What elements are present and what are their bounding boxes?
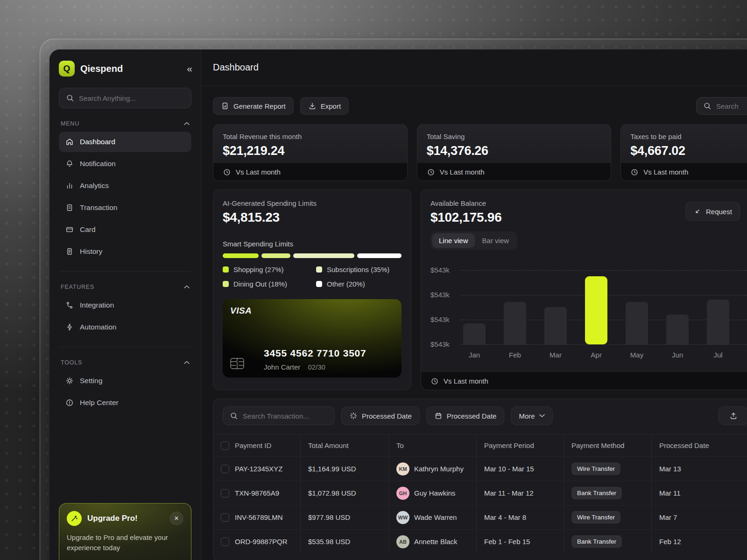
sidebar-item-integration[interactable]: Integration (59, 295, 191, 315)
clock-icon (630, 168, 639, 176)
sidebar-item-help-center[interactable]: Help Center (59, 392, 191, 413)
legend-swatch (223, 281, 229, 287)
y-axis-tick: $543k (430, 266, 450, 274)
processed-date-filter-button[interactable]: Processed Date (341, 406, 420, 425)
legend-swatch (316, 266, 322, 273)
sidebar-item-card[interactable]: Card (59, 219, 191, 240)
upgrade-description: Upgrade to Pro and elevate your experien… (67, 532, 183, 553)
balance-footer: Vs Last month (421, 372, 747, 390)
transaction-search-input[interactable] (243, 412, 328, 420)
sidebar-search[interactable] (59, 88, 191, 108)
row-checkbox[interactable] (221, 513, 229, 522)
progress-segment-subscriptions (293, 253, 354, 258)
file-chart-icon (221, 102, 229, 110)
card-holder: John Carter (264, 363, 300, 371)
sidebar-item-history[interactable]: History (59, 241, 191, 262)
bar-jul (707, 300, 729, 344)
transaction-search[interactable] (223, 406, 335, 425)
download-icon (308, 102, 317, 110)
page-title: Dashboard (213, 62, 259, 73)
bar-jun (666, 315, 689, 344)
tools-section-label: TOOLS (61, 359, 190, 366)
calendar-icon (434, 412, 443, 420)
spending-legend: Shopping (27%) Subscriptions (35%) Dinin… (223, 266, 402, 288)
clock-icon (223, 168, 231, 176)
card-number: 3455 4562 7710 3507 (264, 348, 366, 359)
legend-item: Shopping (27%) (223, 266, 316, 273)
menu-section-label: MENU (61, 120, 190, 127)
sidebar-item-notification[interactable]: Notification (59, 154, 191, 174)
row-checkbox[interactable] (221, 489, 229, 497)
table-row[interactable]: TXN-98765A9 $1,072.98 USD GHGuy Hawkins … (213, 481, 747, 505)
sidebar-divider (59, 347, 191, 347)
stat-label: Total Saving (427, 133, 602, 140)
magic-wand-icon (67, 511, 82, 526)
sidebar-item-setting[interactable]: Setting (59, 371, 191, 391)
legend-swatch (223, 266, 229, 273)
sidebar-collapse-icon[interactable]: « (187, 63, 191, 74)
chevron-down-icon (539, 414, 545, 418)
more-filters-button[interactable]: More (511, 406, 552, 425)
sidebar-item-transaction[interactable]: Transaction (59, 197, 191, 218)
table-row[interactable]: PAY-12345XYZ $1,164.99 USD KMKathryn Mur… (213, 456, 747, 481)
payment-method-badge: Bank Transfer (571, 487, 622, 499)
lightning-icon (65, 323, 74, 331)
avatar: KM (396, 462, 409, 476)
row-checkbox[interactable] (221, 465, 229, 473)
search-icon (230, 412, 238, 420)
chevron-up-icon[interactable] (184, 285, 190, 289)
legend-swatch (316, 281, 322, 287)
close-icon[interactable]: × (169, 511, 183, 525)
upgrade-title: Upgrade Pro! (87, 514, 164, 523)
page-header: Dashboard (201, 49, 747, 86)
upload-icon (729, 412, 738, 420)
bar-mar (544, 307, 567, 344)
generate-report-button[interactable]: Generate Report (213, 97, 294, 115)
table-row[interactable]: ORD-99887PQR $535.98 USD ABAnnette Black… (213, 529, 747, 553)
select-all-checkbox[interactable] (221, 441, 229, 450)
global-search[interactable] (696, 97, 747, 115)
transactions-toolbar: Processed Date Processed Date More (213, 406, 747, 425)
search-icon (703, 102, 712, 110)
bar-chart-icon (65, 182, 74, 190)
bar-view-tab[interactable]: Bar view (476, 233, 516, 248)
features-section-label: FEATURES (61, 284, 190, 290)
sidebar-item-analytics[interactable]: Analytics (59, 175, 191, 196)
transactions-card: Processed Date Processed Date More (213, 399, 747, 560)
bar-may (626, 302, 648, 344)
main-area: Dashboard Generate Report Export (201, 49, 747, 560)
progress-segment-shopping (223, 253, 259, 258)
sidebar-item-automation[interactable]: Automation (59, 317, 191, 337)
line-view-tab[interactable]: Line view (432, 233, 475, 248)
sidebar-search-input[interactable] (79, 94, 184, 102)
card-expiry: 02/30 (308, 363, 325, 371)
row-checkbox[interactable] (221, 538, 229, 546)
balance-bar-chart: $543k $543k $543k $543k (430, 270, 747, 344)
sparkle-icon (349, 412, 358, 420)
y-axis-tick: $543k (430, 315, 450, 323)
table-row[interactable]: INV-56789LMN $977.98 USD WWWade Warren M… (213, 505, 747, 529)
app-window: Q Qiespend « MENU Dashboard Notifica (49, 49, 747, 560)
request-button[interactable]: Request (685, 202, 740, 221)
git-branch-icon (65, 301, 74, 309)
credit-card-icon (65, 225, 74, 234)
gear-icon (65, 377, 74, 385)
processed-date-calendar-button[interactable]: Processed Date (426, 406, 505, 425)
export-button[interactable]: Export (300, 97, 349, 115)
stat-value: $14,376.26 (427, 144, 602, 158)
global-search-input[interactable] (716, 102, 747, 110)
chevron-up-icon[interactable] (184, 361, 190, 364)
chevron-up-icon[interactable] (184, 122, 190, 126)
stat-card-saving: Total Saving $14,376.26 Vs Last month (417, 124, 612, 181)
y-axis-tick: $543k (430, 291, 450, 299)
upload-button[interactable] (719, 406, 747, 425)
search-icon (66, 94, 74, 102)
dashboard-toolbar: Generate Report Export (213, 97, 747, 115)
payment-method-badge: Wire Transfer (571, 462, 620, 475)
avatar: WW (396, 511, 409, 524)
document-icon (65, 203, 74, 212)
payment-method-badge: Bank Transfer (571, 535, 622, 548)
sidebar-item-dashboard[interactable]: Dashboard (59, 132, 191, 152)
card-holder-row: John Carter02/30 (264, 363, 325, 371)
stat-footer: Vs Last month (417, 163, 611, 181)
